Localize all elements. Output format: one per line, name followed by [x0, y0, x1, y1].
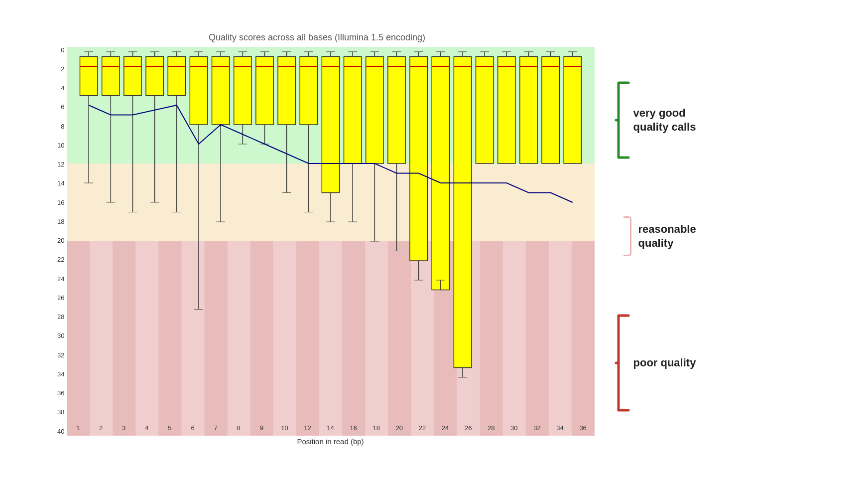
stripe — [204, 241, 227, 436]
box — [432, 56, 449, 290]
box — [146, 56, 163, 95]
x-label: 28 — [480, 424, 502, 432]
y-label: 6 — [51, 104, 65, 110]
box — [519, 56, 537, 164]
box — [366, 56, 383, 164]
x-label: 7 — [204, 424, 227, 432]
x-axis-labels: 1234567891012141618202224262830323436 — [67, 424, 595, 432]
chart-frame: 4038363432302826242220181614121086420 12… — [51, 47, 599, 446]
chart-svg — [67, 47, 595, 436]
box — [124, 56, 141, 95]
box — [80, 56, 97, 95]
x-label: 20 — [388, 424, 411, 432]
box — [322, 56, 339, 192]
stripe — [113, 241, 135, 436]
bracket-red-svg — [614, 313, 633, 413]
box — [542, 56, 559, 164]
stripe — [158, 241, 181, 436]
bracket-reasonable — [623, 216, 631, 256]
y-label: 26 — [51, 295, 65, 301]
x-label: 14 — [319, 424, 342, 432]
red-bg — [67, 241, 595, 436]
y-label: 2 — [51, 66, 65, 72]
x-label: 10 — [273, 424, 296, 432]
x-label: 26 — [457, 424, 480, 432]
stripe — [67, 241, 90, 436]
box — [497, 56, 515, 164]
bracket-green-svg — [614, 80, 633, 160]
y-label: 18 — [51, 218, 65, 225]
y-label: 22 — [51, 256, 65, 263]
x-label: 8 — [227, 424, 250, 432]
y-label: 0 — [51, 47, 65, 53]
stripe — [250, 241, 273, 436]
x-label: 34 — [548, 424, 571, 432]
y-label: 12 — [51, 161, 65, 167]
y-label: 40 — [51, 428, 65, 435]
legend-reasonable: reasonable quality — [623, 216, 696, 256]
y-label: 32 — [51, 352, 65, 358]
x-label: 18 — [365, 424, 388, 432]
stripe — [480, 241, 502, 436]
stripe — [296, 241, 319, 436]
y-axis-labels: 4038363432302826242220181614121086420 — [51, 47, 65, 436]
box — [168, 56, 185, 95]
very-good-label: very good quality calls — [633, 106, 696, 135]
box — [410, 56, 427, 261]
y-label: 30 — [51, 332, 65, 339]
x-axis-title: Position in read (bp) — [67, 437, 595, 446]
y-label: 38 — [51, 409, 65, 415]
main-container: Quality scores across all bases (Illumin… — [36, 22, 833, 471]
reasonable-label: reasonable quality — [638, 222, 696, 251]
stripe — [342, 241, 365, 436]
y-label: 8 — [51, 123, 65, 130]
y-label: 36 — [51, 390, 65, 396]
y-label: 34 — [51, 371, 65, 377]
box — [102, 56, 119, 95]
legend-area: very good quality calls reasonable quali… — [614, 52, 696, 441]
x-label: 6 — [181, 424, 204, 432]
box — [454, 56, 471, 367]
poor-quality-label: poor quality — [633, 356, 696, 370]
box — [476, 56, 493, 164]
y-label: 24 — [51, 276, 65, 282]
stripe — [525, 241, 548, 436]
x-label: 1 — [67, 424, 90, 432]
y-label: 14 — [51, 180, 65, 186]
chart-area: Quality scores across all bases (Illumin… — [36, 32, 599, 461]
y-label: 10 — [51, 142, 65, 149]
y-label: 28 — [51, 314, 65, 320]
x-label: 12 — [296, 424, 319, 432]
box — [564, 56, 581, 164]
y-label: 20 — [51, 237, 65, 244]
y-label: 16 — [51, 199, 65, 206]
x-label: 24 — [434, 424, 457, 432]
legend-poor: poor quality — [614, 313, 696, 413]
x-label: 22 — [411, 424, 434, 432]
stripe — [388, 241, 411, 436]
x-label: 3 — [113, 424, 135, 432]
stripe — [571, 241, 594, 436]
x-label: 16 — [342, 424, 365, 432]
x-label: 4 — [135, 424, 158, 432]
x-label: 30 — [502, 424, 525, 432]
x-label: 5 — [158, 424, 181, 432]
x-label: 9 — [250, 424, 273, 432]
x-label: 36 — [572, 424, 595, 432]
chart-plot — [67, 47, 595, 436]
y-label: 4 — [51, 85, 65, 91]
box — [387, 56, 405, 164]
box — [344, 56, 361, 164]
x-label: 2 — [90, 424, 113, 432]
legend-very-good: very good quality calls — [614, 80, 696, 160]
chart-title: Quality scores across all bases (Illumin… — [36, 32, 599, 43]
x-label: 32 — [525, 424, 548, 432]
